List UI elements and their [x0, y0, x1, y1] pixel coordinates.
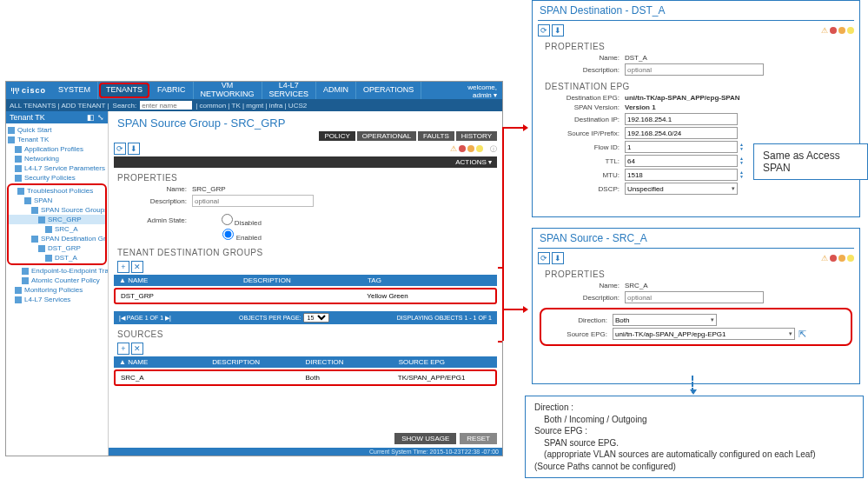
tab-fabric[interactable]: FABRIC — [150, 82, 194, 99]
tdg-header: ▲ NAMEDESCRIPTIONTAG — [114, 275, 497, 286]
tree-label: SRC_A — [55, 225, 78, 233]
tree-node[interactable]: Application Profiles — [6, 144, 108, 154]
show-usage-button[interactable]: SHOW USAGE — [394, 433, 456, 444]
tab-history[interactable]: HISTORY — [456, 131, 497, 141]
tab-admin[interactable]: ADMIN — [316, 82, 356, 99]
tree-node[interactable]: Endpoint-to-Endpoint Traceroute Pol.. — [6, 266, 108, 276]
folder-icon — [8, 127, 15, 134]
tree-node[interactable]: L4-L7 Services — [6, 295, 108, 304]
span-source-panel: SPAN Source - SRC_A ⟳ ⬇ ⚠ PROPERTIES Nam… — [532, 228, 860, 384]
fault-major-icon — [838, 255, 845, 262]
tree-node[interactable]: Tenant TK — [6, 135, 108, 144]
dest-epg-section: DESTINATION EPG — [533, 77, 859, 93]
tree-node[interactable]: SPAN — [9, 196, 105, 205]
fault-major-icon — [838, 27, 845, 34]
tdg-section: TENANT DESTINATION GROUPS — [109, 243, 502, 259]
tree-label: Networking — [24, 155, 59, 163]
src-download-icon[interactable]: ⬇ — [552, 252, 564, 264]
tree-node[interactable]: Atomic Counter Policy — [6, 276, 108, 285]
tree-node[interactable]: Networking — [6, 154, 108, 163]
tree-node[interactable]: SRC_A — [9, 224, 105, 234]
warning-icon: ⚠ — [821, 254, 828, 263]
nav-tree: Tenant TK◧ ⤡ Quick StartTenant TKApplica… — [6, 111, 109, 456]
description-input[interactable] — [192, 195, 314, 207]
dscp-select[interactable]: Unspecified — [625, 183, 738, 195]
actions-menu[interactable]: ACTIONS ▾ — [114, 156, 497, 168]
reset-button[interactable]: RESET — [460, 433, 497, 444]
src-row[interactable]: SRC_ABothTK/SPAN_APP/EPG1 — [114, 369, 497, 386]
tree-node[interactable]: SPAN Destination Groups — [9, 234, 105, 243]
tree-node[interactable]: L4-L7 Service Parameters — [6, 163, 108, 173]
flow-id-input[interactable] — [625, 141, 738, 153]
src-desc-input[interactable] — [625, 291, 764, 303]
subnav-crumbs[interactable]: | common | TK | mgmt | infra | UCS2 — [195, 102, 307, 110]
info-label: ⓘ — [490, 144, 497, 154]
connector-stub-1 — [498, 267, 502, 269]
mtu-input[interactable] — [625, 169, 738, 181]
tree-node[interactable]: Security Policies — [6, 173, 108, 183]
tree-label: SPAN Source Groups — [41, 206, 105, 214]
page-title: SPAN Source Group - SRC_GRP — [109, 111, 502, 131]
note-access-span: Same as Access SPAN — [753, 143, 868, 180]
tree-node[interactable]: Troubleshoot Policies — [9, 186, 105, 196]
src-refresh-icon[interactable]: ⟳ — [538, 252, 550, 264]
tab-vm-networking[interactable]: VM NETWORKING — [194, 82, 262, 99]
arrow-to-src — [502, 309, 527, 310]
tree-label: SPAN — [34, 196, 52, 204]
refresh-icon[interactable]: ⟳ — [114, 143, 126, 155]
page-size-select[interactable]: 15 — [303, 313, 329, 323]
tree-highlight-group: Troubleshoot PoliciesSPANSPAN Source Gro… — [7, 183, 107, 265]
admin-state-label: Admin State: — [117, 216, 187, 224]
properties-section: PROPERTIES — [109, 168, 502, 184]
tree-node[interactable]: DST_GRP — [9, 243, 105, 253]
tree-node[interactable]: Quick Start — [6, 125, 108, 135]
dest-ip-input[interactable] — [625, 113, 738, 125]
arrow-to-dest — [502, 127, 527, 129]
tab-faults[interactable]: FAULTS — [418, 131, 454, 141]
tree-label: DST_A — [55, 254, 77, 262]
tree-label: Atomic Counter Policy — [31, 276, 100, 284]
tab-l4l7-services[interactable]: L4-L7 SERVICES — [262, 82, 316, 99]
add-icon[interactable]: + — [117, 261, 129, 273]
dest-refresh-icon[interactable]: ⟳ — [538, 24, 550, 37]
src-ip-input[interactable] — [625, 127, 738, 139]
main-content: SPAN Source Group - SRC_GRP POLICY OPERA… — [109, 111, 502, 456]
tree-node[interactable]: SRC_GRP — [9, 215, 105, 224]
admin-enabled-radio[interactable]: Enabled — [192, 229, 262, 242]
dest-desc-input[interactable] — [625, 63, 764, 76]
dest-properties: PROPERTIES — [533, 37, 859, 53]
tree-toggle-icon[interactable]: ◧ ⤡ — [87, 113, 104, 122]
tdg-row[interactable]: DST_GRPYellow Green — [114, 288, 497, 304]
download-icon[interactable]: ⬇ — [128, 143, 140, 155]
pager[interactable]: |◀ PAGE 1 OF 1 ▶| OBJECTS PER PAGE: 15 D… — [114, 311, 497, 324]
tree-label: L4-L7 Service Parameters — [24, 164, 105, 172]
tree-node[interactable]: DST_A — [9, 253, 105, 263]
admin-disabled-radio[interactable]: Disabled — [192, 214, 262, 227]
delete-icon[interactable]: ✕ — [131, 261, 143, 273]
add-src-icon[interactable]: + — [117, 343, 129, 355]
folder-icon — [38, 216, 45, 223]
source-epg-select[interactable]: uni/tn-TK/ap-SPAN_APP/epg-EPG1 — [613, 328, 795, 340]
status-bar: Current System Time: 2015-10-23T22:38 -0… — [109, 448, 502, 456]
dest-download-icon[interactable]: ⬇ — [552, 24, 564, 37]
tab-operational[interactable]: OPERATIONAL — [357, 131, 416, 141]
subnav-links[interactable]: ALL TENANTS | ADD TENANT | — [10, 102, 109, 110]
tree-label: Quick Start — [17, 126, 52, 134]
direction-select[interactable]: Both — [613, 314, 717, 326]
apic-window: cisco SYSTEM TENANTS FABRIC VM NETWORKIN… — [5, 81, 503, 456]
tab-tenants[interactable]: TENANTS — [99, 83, 149, 98]
welcome-user[interactable]: welcome, admin ▾ — [462, 82, 502, 99]
sub-nav: ALL TENANTS | ADD TENANT | Search: | com… — [6, 99, 502, 111]
ttl-input[interactable] — [625, 155, 738, 167]
folder-icon — [15, 296, 22, 303]
tree-node[interactable]: Monitoring Policies — [6, 285, 108, 295]
tab-operations[interactable]: OPERATIONS — [356, 82, 421, 99]
search-input[interactable] — [140, 101, 192, 110]
name-value: SRC_GRP — [192, 185, 226, 193]
tree-node[interactable]: SPAN Source Groups — [9, 205, 105, 215]
goto-epg-icon[interactable]: ⇱ — [798, 329, 806, 340]
tab-policy[interactable]: POLICY — [319, 131, 354, 141]
tree-label: L4-L7 Services — [24, 296, 70, 303]
tab-system[interactable]: SYSTEM — [51, 82, 98, 99]
delete-src-icon[interactable]: ✕ — [131, 343, 143, 355]
